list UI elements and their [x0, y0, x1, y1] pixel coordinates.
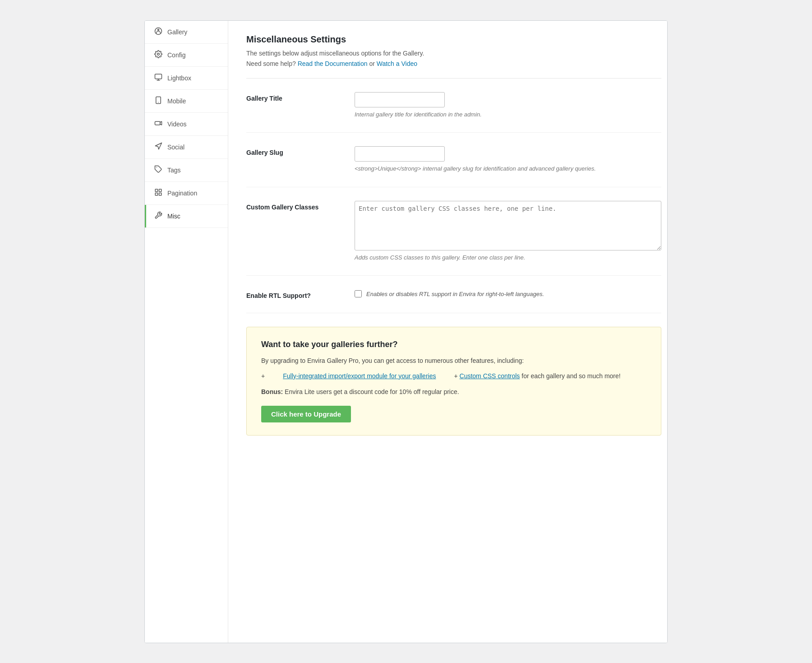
upgrade-links: + Fully-integrated import/export module … — [261, 372, 646, 380]
gallery-title-field: Internal gallery title for identificatio… — [355, 92, 661, 119]
misc-icon — [154, 211, 163, 221]
rtl-support-label: Enable RTL Support? — [246, 289, 355, 299]
upgrade-title: Want to take your galleries further? — [261, 340, 646, 349]
sidebar: Gallery Config Lightbox Mobile Videos — [145, 21, 228, 643]
svg-marker-8 — [155, 143, 161, 149]
gallery-slug-label: Gallery Slug — [246, 146, 355, 156]
custom-gallery-classes-field: Adds custom CSS classes to this gallery.… — [355, 201, 661, 262]
custom-gallery-classes-help: Adds custom CSS classes to this gallery.… — [355, 253, 661, 262]
sidebar-tags-label: Tags — [167, 167, 181, 174]
rtl-support-field: Enables or disables RTL support in Envir… — [355, 289, 661, 297]
gallery-slug-field: <strong>Unique</strong> internal gallery… — [355, 146, 661, 173]
sidebar-item-videos[interactable]: Videos — [145, 113, 228, 136]
read-docs-link[interactable]: Read the Documentation — [298, 60, 368, 67]
upgrade-button[interactable]: Click here to Upgrade — [261, 406, 351, 422]
svg-rect-10 — [155, 189, 157, 191]
gallery-title-input[interactable] — [355, 92, 445, 107]
rtl-support-help: Enables or disables RTL support in Envir… — [366, 291, 544, 297]
svg-rect-11 — [159, 189, 161, 191]
sidebar-item-config[interactable]: Config — [145, 44, 228, 67]
section-divider — [246, 78, 661, 79]
sidebar-item-misc[interactable]: Misc — [145, 205, 228, 228]
custom-gallery-classes-row: Custom Gallery Classes Adds custom CSS c… — [246, 201, 661, 276]
social-icon — [154, 142, 163, 152]
upgrade-link2-prefix: + — [454, 372, 459, 380]
sidebar-item-tags[interactable]: Tags — [145, 159, 228, 182]
config-icon — [154, 50, 163, 60]
sidebar-social-label: Social — [167, 144, 185, 151]
gallery-title-label: Gallery Title — [246, 92, 355, 102]
mobile-icon — [154, 96, 163, 106]
sidebar-item-pagination[interactable]: Pagination — [145, 182, 228, 205]
rtl-support-checkbox[interactable] — [355, 290, 362, 297]
svg-point-0 — [157, 53, 160, 55]
upgrade-link2-group: + Custom CSS controls for each gallery a… — [454, 372, 620, 380]
gallery-slug-row: Gallery Slug <strong>Unique</strong> int… — [246, 146, 661, 187]
upgrade-link1[interactable]: Fully-integrated import/export module fo… — [283, 372, 436, 380]
lightbox-icon — [154, 73, 163, 83]
sidebar-item-lightbox[interactable]: Lightbox — [145, 67, 228, 90]
videos-icon — [154, 119, 163, 129]
upgrade-link2[interactable]: Custom CSS controls — [460, 372, 520, 380]
svg-rect-13 — [155, 193, 157, 195]
sidebar-item-mobile[interactable]: Mobile — [145, 90, 228, 113]
gallery-title-row: Gallery Title Internal gallery title for… — [246, 92, 661, 133]
sidebar-item-social[interactable]: Social — [145, 136, 228, 159]
upgrade-link1-prefix: + — [261, 372, 265, 380]
upgrade-box: Want to take your galleries further? By … — [246, 327, 661, 436]
help-links: Need some help? Read the Documentation o… — [246, 60, 661, 67]
gallery-icon — [154, 27, 163, 37]
sidebar-videos-label: Videos — [167, 121, 187, 128]
rtl-checkbox-row: Enables or disables RTL support in Envir… — [355, 290, 661, 297]
sidebar-item-gallery[interactable]: Gallery — [145, 21, 228, 44]
page-title: Miscellaneous Settings — [246, 34, 661, 45]
upgrade-bonus: Bonus: Envira Lite users get a discount … — [261, 387, 646, 397]
custom-gallery-classes-label: Custom Gallery Classes — [246, 201, 355, 211]
rtl-support-row: Enable RTL Support? Enables or disables … — [246, 289, 661, 313]
sidebar-gallery-label: Gallery — [167, 28, 187, 36]
gallery-slug-input[interactable] — [355, 146, 445, 162]
bonus-desc: Envira Lite users get a discount code fo… — [285, 388, 459, 395]
page-description: The settings below adjust miscellaneous … — [246, 48, 661, 58]
custom-gallery-classes-textarea[interactable] — [355, 201, 661, 250]
sidebar-config-label: Config — [167, 51, 185, 59]
sidebar-misc-label: Misc — [167, 213, 180, 220]
svg-rect-1 — [155, 74, 162, 79]
sidebar-lightbox-label: Lightbox — [167, 74, 191, 82]
svg-rect-6 — [155, 121, 160, 125]
app-container: Gallery Config Lightbox Mobile Videos — [144, 20, 668, 643]
svg-marker-7 — [160, 121, 162, 125]
pagination-icon — [154, 188, 163, 198]
sidebar-mobile-label: Mobile — [167, 97, 186, 105]
help-text: Need some help? — [246, 60, 296, 67]
watch-video-link[interactable]: Watch a Video — [377, 60, 417, 67]
or-text: or — [369, 60, 376, 67]
sidebar-pagination-label: Pagination — [167, 190, 197, 197]
tags-icon — [154, 165, 163, 175]
gallery-slug-help: <strong>Unique</strong> internal gallery… — [355, 164, 661, 173]
svg-rect-12 — [159, 193, 161, 195]
upgrade-link2-suffix: for each gallery and so much more! — [520, 372, 620, 380]
gallery-title-help: Internal gallery title for identificatio… — [355, 110, 661, 119]
upgrade-description: By upgrading to Envira Gallery Pro, you … — [261, 356, 646, 366]
bonus-label: Bonus: — [261, 388, 283, 395]
main-content: Miscellaneous Settings The settings belo… — [228, 21, 668, 643]
